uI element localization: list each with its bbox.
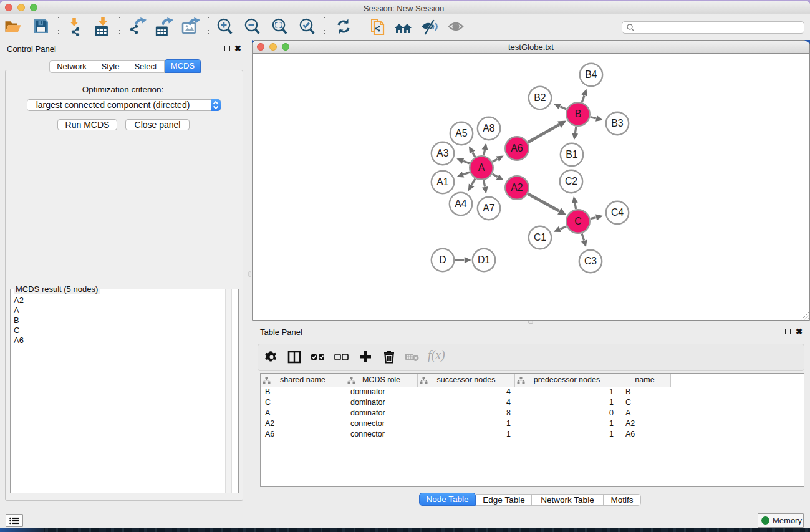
svg-text:D: D: [439, 254, 446, 265]
svg-text:A6: A6: [511, 143, 523, 153]
svg-text:A4: A4: [455, 198, 467, 209]
svg-text:B2: B2: [534, 92, 546, 103]
svg-text:A3: A3: [436, 148, 449, 158]
svg-text:C: C: [574, 216, 581, 226]
svg-text:B: B: [575, 109, 582, 119]
svg-text:C3: C3: [584, 256, 597, 266]
svg-text:D1: D1: [478, 254, 490, 265]
svg-text:A1: A1: [436, 177, 449, 187]
svg-text:C1: C1: [534, 232, 546, 243]
svg-text:A8: A8: [483, 123, 495, 133]
svg-text:C4: C4: [611, 207, 624, 218]
svg-text:C2: C2: [565, 176, 577, 186]
svg-text:B4: B4: [585, 69, 597, 80]
svg-text:A: A: [478, 162, 485, 173]
svg-text:B1: B1: [566, 149, 578, 160]
svg-text:A2: A2: [511, 182, 523, 193]
svg-text:A7: A7: [483, 203, 494, 213]
svg-text:B3: B3: [611, 118, 624, 128]
svg-text:A5: A5: [455, 128, 468, 138]
